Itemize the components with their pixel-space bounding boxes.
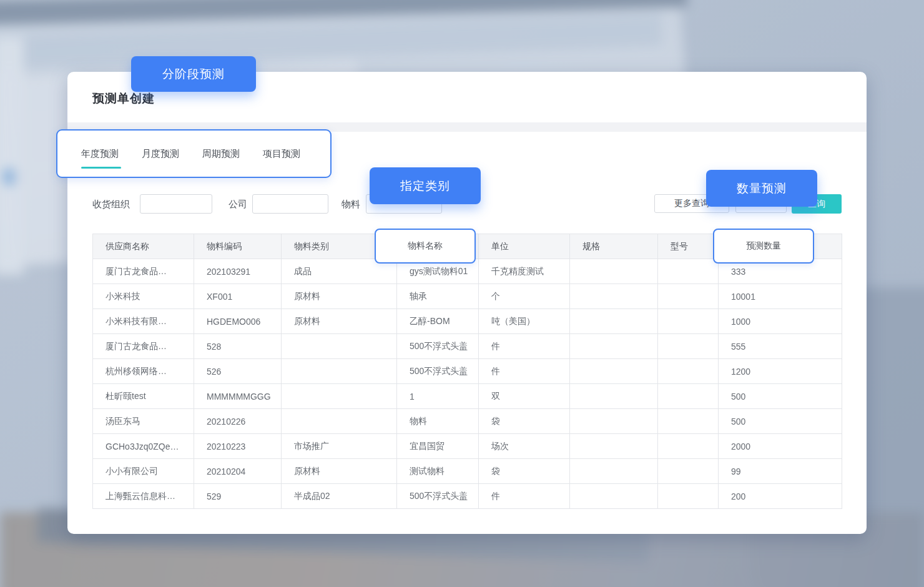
table-cell: 原材料 [282, 459, 397, 484]
table-row[interactable]: 汤臣东马20210226物料袋500 [93, 409, 842, 434]
table-cell [658, 484, 719, 509]
table-cell: 529 [194, 484, 282, 509]
table-cell: 原材料 [282, 284, 397, 309]
company-label: 公司 [229, 199, 247, 210]
table-cell: 500不浮式头盖 [397, 359, 479, 384]
table-cell: 场次 [479, 434, 570, 459]
table-cell: 物料 [397, 409, 479, 434]
table-cell: 1200 [719, 359, 842, 384]
table-cell: 500不浮式头盖 [397, 334, 479, 359]
table-cell: 1 [397, 384, 479, 409]
page-root: 预测单创建 年度预测 月度预测 周期预测 项目预测 收货组织 公司 物料 更多查… [0, 0, 924, 587]
table-cell: 件 [479, 334, 570, 359]
table-cell: 袋 [479, 459, 570, 484]
table-row[interactable]: 厦门古龙食品…528500不浮式头盖件555 [93, 334, 842, 359]
table-cell: 500 [719, 409, 842, 434]
table-cell: 半成品02 [282, 484, 397, 509]
table-cell: 小米科技 [93, 284, 194, 309]
table-cell: 20210223 [194, 434, 282, 459]
table-cell: 526 [194, 359, 282, 384]
table-cell: 20210204 [194, 459, 282, 484]
forecast-tab-group: 年度预测 月度预测 周期预测 项目预测 [56, 129, 332, 178]
table-row[interactable]: 小米科技XF001原材料轴承个10001 [93, 284, 842, 309]
phase-forecast-badge: 分阶段预测 [131, 56, 256, 92]
table-cell [658, 434, 719, 459]
table-cell: 小米科技有限… [93, 309, 194, 334]
column-header: 单位 [479, 234, 570, 259]
table-row[interactable]: GCHo3Jzq0ZQe…20210223市场推广宜昌国贸场次2000 [93, 434, 842, 459]
receiving-org-label: 收货组织 [92, 199, 130, 210]
table-row[interactable]: 上海甄云信息科…529半成品02500不浮式头盖件200 [93, 484, 842, 509]
table-cell: 杜昕颐test [93, 384, 194, 409]
table-row[interactable]: 小小有限公司20210204原材料测试物料袋99 [93, 459, 842, 484]
table-cell [658, 359, 719, 384]
table-cell: MMMMMMGGG [194, 384, 282, 409]
table-cell: XF001 [194, 284, 282, 309]
table-cell [570, 434, 658, 459]
table-cell [658, 259, 719, 284]
table-cell [658, 459, 719, 484]
table-cell: 测试物料 [397, 459, 479, 484]
material-label: 物料 [342, 199, 360, 210]
table-cell: 千克精度测试 [479, 259, 570, 284]
tab-label: 项目预测 [263, 148, 300, 159]
forecast-table-wrap: 供应商名称物料编码物料类别物料名称单位规格型号预测数量 厦门古龙食品…20210… [92, 234, 842, 509]
table-cell: 轴承 [397, 284, 479, 309]
tab-project-forecast[interactable]: 项目预测 [263, 144, 300, 164]
table-cell: 200 [719, 484, 842, 509]
table-cell: 555 [719, 334, 842, 359]
table-cell [658, 384, 719, 409]
table-cell: 20210226 [194, 409, 282, 434]
table-cell: 1000 [719, 309, 842, 334]
table-cell [282, 384, 397, 409]
table-cell [570, 259, 658, 284]
receiving-org-input[interactable] [140, 194, 212, 214]
column-header: 供应商名称 [93, 234, 194, 259]
table-cell: 双 [479, 384, 570, 409]
table-cell [282, 334, 397, 359]
table-cell: 吨（美国） [479, 309, 570, 334]
table-cell [658, 409, 719, 434]
column-header: 物料编码 [194, 234, 282, 259]
specify-category-badge: 指定类别 [370, 167, 481, 204]
table-body: 厦门古龙食品…202103291成品gys测试物料01千克精度测试333小米科技… [93, 259, 842, 509]
table-cell [570, 484, 658, 509]
table-row[interactable]: 杭州移领网络…526500不浮式头盖件1200 [93, 359, 842, 384]
table-cell: 个 [479, 284, 570, 309]
forecast-qty-header-highlight: 预测数量 [713, 229, 814, 264]
table-cell [658, 334, 719, 359]
table-cell [570, 334, 658, 359]
table-cell: 袋 [479, 409, 570, 434]
column-header: 型号 [658, 234, 719, 259]
table-cell: 小小有限公司 [93, 459, 194, 484]
table-cell [282, 409, 397, 434]
material-name-header-highlight: 物料名称 [375, 229, 476, 264]
table-cell: 件 [479, 484, 570, 509]
forecast-table: 供应商名称物料编码物料类别物料名称单位规格型号预测数量 厦门古龙食品…20210… [92, 234, 842, 509]
tab-monthly-forecast[interactable]: 月度预测 [142, 144, 179, 164]
table-cell: 杭州移领网络… [93, 359, 194, 384]
company-input[interactable] [252, 194, 328, 214]
table-cell: 汤臣东马 [93, 409, 194, 434]
table-cell [658, 309, 719, 334]
table-row[interactable]: 小米科技有限…HGDEMO006原材料乙醇-BOM吨（美国）1000 [93, 309, 842, 334]
table-cell: 2000 [719, 434, 842, 459]
table-cell: 宜昌国贸 [397, 434, 479, 459]
tab-label: 月度预测 [142, 148, 179, 159]
table-cell [570, 359, 658, 384]
table-row[interactable]: 杜昕颐testMMMMMMGGG1双500 [93, 384, 842, 409]
table-cell: 528 [194, 334, 282, 359]
table-cell: 500 [719, 384, 842, 409]
table-cell: 原材料 [282, 309, 397, 334]
table-cell: 202103291 [194, 259, 282, 284]
tab-label: 年度预测 [81, 148, 119, 159]
quantity-forecast-badge: 数量预测 [706, 170, 817, 207]
table-cell: 乙醇-BOM [397, 309, 479, 334]
tab-annual-forecast[interactable]: 年度预测 [81, 144, 119, 164]
table-cell: 99 [719, 459, 842, 484]
table-cell: 市场推广 [282, 434, 397, 459]
tab-period-forecast[interactable]: 周期预测 [202, 144, 240, 164]
table-cell: 厦门古龙食品… [93, 259, 194, 284]
table-cell: 厦门古龙食品… [93, 334, 194, 359]
table-cell [570, 459, 658, 484]
